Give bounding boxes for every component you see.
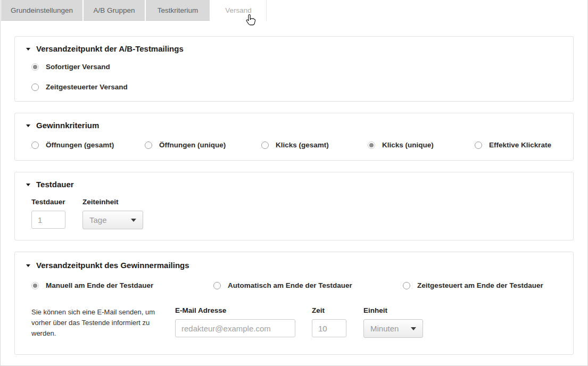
radio-option-klicks-gesamt[interactable]: Klicks (gesamt) [261, 140, 368, 150]
radio-icon[interactable] [368, 142, 375, 149]
tab-content: Versandzeitpunkt der A/B-Testmailings So… [1, 21, 587, 355]
collapse-caret-icon [26, 264, 30, 267]
section-winner-send-time: Versandzeitpunkt des Gewinnermailings Ma… [14, 252, 574, 355]
radio-label[interactable]: Sofortiger Versand [46, 62, 110, 72]
email-field-label: E-Mail Adresse [175, 306, 295, 315]
einheit-dropdown-value: Minuten [370, 324, 399, 333]
radio-option-oeffnungen-gesamt[interactable]: Öffnungen (gesamt) [31, 140, 145, 150]
radio-icon[interactable] [31, 142, 39, 149]
chevron-down-icon [411, 327, 416, 330]
radio-group-win-criterion: Öffnungen (gesamt) Öffnungen (unique) Kl… [15, 131, 573, 160]
radio-label[interactable]: Klicks (unique) [382, 140, 434, 150]
testdauer-field-label: Testdauer [31, 197, 65, 206]
chevron-down-icon [131, 219, 136, 222]
radio-label[interactable]: Zeitgesteuerter Versand [46, 82, 128, 92]
radio-label[interactable]: Öffnungen (unique) [159, 140, 226, 150]
radio-option-oeffnungen-unique[interactable]: Öffnungen (unique) [145, 140, 261, 150]
radio-label[interactable]: Automatisch am Ende der Testdauer [228, 280, 352, 290]
einheit-dropdown[interactable]: Minuten [363, 319, 423, 338]
email-notification-note: Sie können sich eine E-Mail senden, um v… [31, 306, 169, 339]
collapse-caret-icon [26, 124, 30, 127]
section-title: Testdauer [36, 179, 74, 190]
radio-option-zeitgesteuert[interactable]: Zeitgesteuert am Ende der Testdauer [403, 280, 543, 290]
radio-icon[interactable] [475, 142, 482, 149]
radio-icon[interactable] [145, 142, 152, 149]
radio-option-manuell[interactable]: Manuell am Ende der Testdauer [31, 280, 213, 290]
section-title: Versandzeitpunkt des Gewinnermailings [36, 260, 189, 271]
radio-label[interactable]: Zeitgesteuert am Ende der Testdauer [417, 280, 543, 290]
collapse-caret-icon [26, 184, 30, 186]
radio-option-automatisch[interactable]: Automatisch am Ende der Testdauer [213, 280, 403, 290]
radio-label[interactable]: Effektive Klickrate [489, 140, 551, 150]
einheit-field-label: Einheit [363, 306, 423, 315]
radio-icon[interactable] [213, 282, 221, 289]
zeiteinheit-dropdown[interactable]: Tage [82, 211, 143, 229]
radio-label[interactable]: Klicks (gesamt) [276, 140, 329, 150]
versand-settings-page: Grundeinstellungen A/B Gruppen Testkrite… [0, 0, 588, 366]
radio-icon[interactable] [261, 142, 269, 149]
tab-ab-gruppen[interactable]: A/B Gruppen [84, 0, 145, 21]
testdauer-input[interactable] [31, 211, 65, 229]
winner-notification-fields: Sie können sich eine E-Mail senden, um v… [15, 290, 573, 354]
section-win-criterion: Gewinnkriterium Öffnungen (gesamt) Öffnu… [14, 113, 574, 161]
test-duration-fields: Testdauer Zeiteinheit Tage [15, 190, 573, 240]
radio-label[interactable]: Öffnungen (gesamt) [46, 140, 114, 150]
radio-option-effektive-klickrate[interactable]: Effektive Klickrate [475, 140, 551, 150]
zeit-field-label: Zeit [312, 306, 346, 315]
collapse-caret-icon [26, 48, 30, 51]
tab-grundeinstellungen[interactable]: Grundeinstellungen [1, 0, 82, 21]
section-header-win-criterion[interactable]: Gewinnkriterium [15, 113, 573, 131]
radio-option-sofortiger-versand[interactable]: Sofortiger Versand [31, 62, 573, 72]
section-header-ab-test-send-time[interactable]: Versandzeitpunkt der A/B-Testmailings [15, 37, 573, 54]
radio-icon[interactable] [31, 282, 39, 289]
section-title: Versandzeitpunkt der A/B-Testmailings [36, 44, 184, 54]
email-input[interactable] [175, 319, 295, 337]
section-ab-test-send-time: Versandzeitpunkt der A/B-Testmailings So… [14, 36, 574, 102]
radio-option-klicks-unique[interactable]: Klicks (unique) [368, 140, 475, 150]
zeit-input[interactable] [312, 319, 346, 337]
radio-icon[interactable] [31, 84, 39, 91]
radio-group-winner-send-time: Manuell am Ende der Testdauer Automatisc… [15, 271, 573, 290]
radio-icon[interactable] [31, 63, 39, 71]
section-title: Gewinnkriterium [36, 120, 99, 131]
section-header-winner-send-time[interactable]: Versandzeitpunkt des Gewinnermailings [15, 252, 573, 271]
section-header-test-duration[interactable]: Testdauer [15, 172, 573, 190]
tab-bar: Grundeinstellungen A/B Gruppen Testkrite… [1, 0, 587, 21]
radio-group-ab-test-send-time: Sofortiger Versand Zeitgesteuerter Versa… [15, 54, 573, 101]
tab-versand[interactable]: Versand [211, 0, 267, 21]
zeiteinheit-dropdown-value: Tage [89, 215, 107, 224]
radio-icon[interactable] [403, 282, 410, 289]
tab-testkriterium[interactable]: Testkriterium [146, 0, 210, 21]
zeiteinheit-field-label: Zeiteinheit [82, 197, 143, 206]
section-test-duration: Testdauer Testdauer Zeiteinheit Tage [14, 172, 574, 240]
radio-label[interactable]: Manuell am Ende der Testdauer [46, 280, 153, 290]
radio-option-zeitgesteuerter-versand[interactable]: Zeitgesteuerter Versand [31, 82, 573, 92]
